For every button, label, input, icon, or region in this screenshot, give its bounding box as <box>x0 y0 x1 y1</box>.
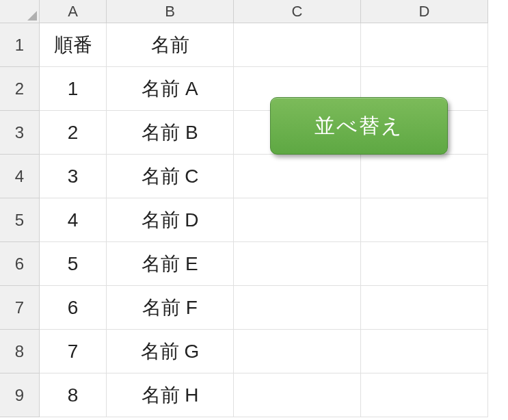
cell-d8[interactable] <box>361 330 488 373</box>
cell-b6[interactable]: 名前 E <box>107 242 234 286</box>
row-header-6[interactable]: 6 <box>0 242 40 286</box>
row-header-3[interactable]: 3 <box>0 111 40 155</box>
cell-c5[interactable] <box>234 198 361 242</box>
row-header-4[interactable]: 4 <box>0 155 40 198</box>
sort-button[interactable]: 並べ替え <box>270 97 448 155</box>
cell-d9[interactable] <box>361 373 488 417</box>
cell-d5[interactable] <box>361 198 488 242</box>
cell-c1[interactable] <box>234 23 361 67</box>
cell-a2[interactable]: 1 <box>40 67 107 111</box>
cell-a1[interactable]: 順番 <box>40 23 107 67</box>
cell-c9[interactable] <box>234 373 361 417</box>
cell-d4[interactable] <box>361 155 488 198</box>
cell-a7[interactable]: 6 <box>40 286 107 330</box>
cell-c8[interactable] <box>234 330 361 373</box>
cell-d1[interactable] <box>361 23 488 67</box>
column-header-c[interactable]: C <box>234 0 361 23</box>
cell-d6[interactable] <box>361 242 488 286</box>
cell-a9[interactable]: 8 <box>40 373 107 417</box>
cell-a3[interactable]: 2 <box>40 111 107 155</box>
column-header-b[interactable]: B <box>107 0 234 23</box>
column-header-a[interactable]: A <box>40 0 107 23</box>
cell-a4[interactable]: 3 <box>40 155 107 198</box>
cell-b5[interactable]: 名前 D <box>107 198 234 242</box>
row-header-1[interactable]: 1 <box>0 23 40 67</box>
cell-d7[interactable] <box>361 286 488 330</box>
select-all-corner[interactable] <box>0 0 40 23</box>
cell-a5[interactable]: 4 <box>40 198 107 242</box>
row-header-7[interactable]: 7 <box>0 286 40 330</box>
cell-c7[interactable] <box>234 286 361 330</box>
cell-b9[interactable]: 名前 H <box>107 373 234 417</box>
row-header-2[interactable]: 2 <box>0 67 40 111</box>
cell-a8[interactable]: 7 <box>40 330 107 373</box>
cell-b8[interactable]: 名前 G <box>107 330 234 373</box>
cell-b7[interactable]: 名前 F <box>107 286 234 330</box>
cell-c4[interactable] <box>234 155 361 198</box>
row-header-8[interactable]: 8 <box>0 330 40 373</box>
column-header-d[interactable]: D <box>361 0 488 23</box>
row-header-5[interactable]: 5 <box>0 198 40 242</box>
cell-b4[interactable]: 名前 C <box>107 155 234 198</box>
cell-a6[interactable]: 5 <box>40 242 107 286</box>
row-header-9[interactable]: 9 <box>0 373 40 417</box>
cell-b3[interactable]: 名前 B <box>107 111 234 155</box>
spreadsheet-grid: A B C D 1 順番 名前 2 1 名前 A 3 2 名前 B 4 3 名前… <box>0 0 508 417</box>
cell-c6[interactable] <box>234 242 361 286</box>
cell-b2[interactable]: 名前 A <box>107 67 234 111</box>
cell-b1[interactable]: 名前 <box>107 23 234 67</box>
